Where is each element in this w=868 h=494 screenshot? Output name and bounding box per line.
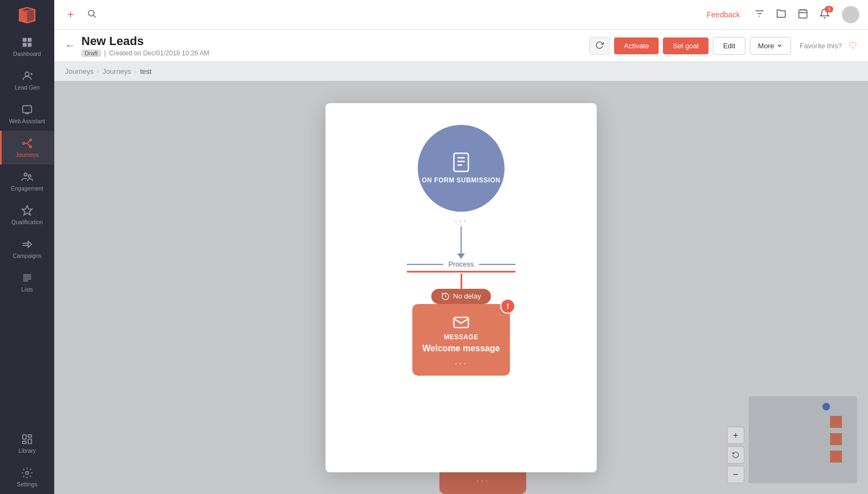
svg-rect-11 [23, 106, 32, 113]
canvas-area: Sale Coupon ··· ON FORM SUBMI [54, 81, 868, 494]
process-label: Process [443, 260, 480, 268]
trigger-label: ON FORM SUBMISSION [422, 176, 500, 185]
process-label-row: Process [407, 259, 515, 270]
topbar: + Feedback 3 [54, 0, 868, 30]
process-section: Process [407, 259, 515, 273]
trigger-node[interactable]: ON FORM SUBMISSION [418, 125, 505, 212]
svg-marker-3 [20, 10, 27, 23]
sidebar-item-qualification[interactable]: Qualification [0, 198, 54, 232]
refresh-button[interactable] [589, 37, 610, 55]
back-button[interactable]: ← [65, 40, 75, 52]
message-name: Welcome message [423, 343, 500, 353]
vertical-connector-orange [461, 274, 462, 289]
breadcrumb-current: test [140, 67, 151, 75]
setgoal-button[interactable]: Set goal [663, 37, 709, 54]
notification-count: 3 [825, 6, 833, 12]
content-area: ← New Leads Draft | Created on Dec/01/20… [54, 30, 868, 494]
svg-point-15 [30, 139, 32, 141]
svg-rect-4 [23, 38, 27, 42]
journey-title: New Leads [81, 34, 589, 48]
arrow-1 [457, 226, 465, 259]
error-badge: ! [500, 299, 515, 314]
journey-header: ← New Leads Draft | Created on Dec/01/20… [54, 30, 868, 62]
status-badge: Draft [81, 49, 101, 57]
folder-icon[interactable] [776, 8, 787, 21]
filter-icon[interactable] [754, 8, 765, 21]
trigger-dots[interactable]: ··· [455, 215, 468, 226]
feedback-link[interactable]: Feedback [707, 10, 740, 19]
journey-actions: Activate Set goal Edit More Favorite thi… [589, 37, 857, 55]
message-type-label: MESSAGE [444, 333, 478, 341]
notifications-icon[interactable]: 3 [819, 8, 830, 21]
svg-rect-6 [23, 43, 27, 47]
more-button[interactable]: More [750, 37, 791, 55]
flow-modal: ON FORM SUBMISSION ··· Process [326, 103, 597, 472]
breadcrumb: Journeys › Journeys › test [54, 62, 868, 81]
svg-point-16 [30, 146, 32, 148]
sidebar-item-campaigns[interactable]: Campaigns [0, 232, 54, 265]
favorite-icon[interactable]: ♡ [848, 40, 857, 52]
svg-point-29 [88, 10, 94, 16]
sidebar-item-library[interactable]: Library [0, 427, 54, 460]
edit-button[interactable]: Edit [713, 37, 745, 55]
message-dots: ··· [455, 358, 468, 369]
svg-rect-25 [28, 435, 31, 438]
journey-meta: Draft | Created on Dec/01/2018 10:26 AM [81, 49, 589, 57]
user-avatar[interactable] [842, 6, 859, 23]
breadcrumb-journeys2[interactable]: Journeys [103, 67, 131, 75]
sidebar: Dashboard Lead Gen Web Assistant Journey… [0, 0, 54, 494]
breadcrumb-journeys1[interactable]: Journeys [65, 67, 94, 75]
svg-line-43 [442, 293, 444, 294]
svg-rect-38 [454, 153, 469, 171]
sidebar-item-engagement[interactable]: Engagement [0, 164, 54, 198]
delay-node[interactable]: No delay [431, 289, 490, 304]
activate-button[interactable]: Activate [614, 37, 659, 54]
svg-marker-2 [27, 10, 35, 23]
sidebar-item-journeys[interactable]: Journeys [0, 131, 54, 164]
main-area: + Feedback 3 ← [54, 0, 868, 494]
svg-line-30 [93, 15, 95, 17]
svg-rect-5 [28, 38, 31, 42]
process-line-orange [407, 271, 515, 273]
sidebar-item-leadgen[interactable]: Lead Gen [0, 64, 54, 97]
svg-point-18 [28, 175, 31, 178]
svg-point-14 [23, 142, 25, 144]
sidebar-item-dashboard[interactable]: Dashboard [0, 30, 54, 64]
svg-rect-27 [23, 441, 26, 444]
app-logo [0, 0, 54, 30]
calendar-icon[interactable] [797, 8, 808, 21]
svg-rect-24 [23, 435, 26, 439]
modal-overlay: ON FORM SUBMISSION ··· Process [54, 81, 868, 494]
add-button[interactable]: + [63, 7, 78, 22]
svg-rect-7 [28, 43, 31, 47]
svg-point-28 [25, 471, 29, 474]
journey-title-block: New Leads Draft | Created on Dec/01/2018… [81, 34, 589, 57]
svg-rect-34 [799, 10, 807, 18]
message-node[interactable]: ! MESSAGE Welcome message ··· [412, 304, 510, 376]
pipe-separator: | [104, 49, 106, 57]
svg-rect-26 [28, 439, 31, 444]
svg-point-17 [24, 173, 28, 176]
sidebar-item-lists[interactable]: Lists [0, 265, 54, 299]
svg-marker-19 [22, 206, 32, 215]
sidebar-item-webassistant[interactable]: Web Assistant [0, 97, 54, 131]
sidebar-item-settings[interactable]: Settings [0, 460, 54, 494]
svg-point-8 [25, 72, 29, 76]
favorite-label: Favorite this? [800, 42, 842, 50]
created-date: Created on Dec/01/2018 10:26 AM [109, 49, 209, 57]
search-icon[interactable] [87, 9, 97, 21]
